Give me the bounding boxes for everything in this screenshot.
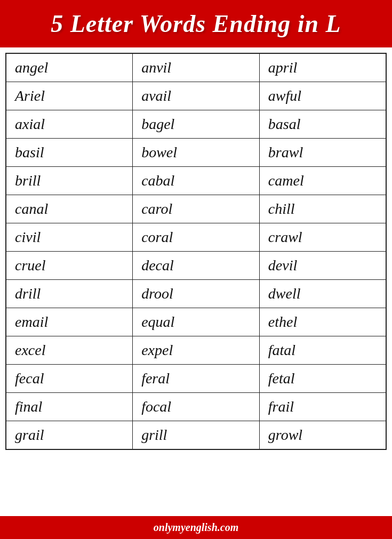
word-cell: dwell (259, 280, 386, 308)
page-title: 5 Letter Words Ending in L (5, 10, 387, 38)
table-row: brillcabalcamel (6, 167, 386, 195)
table-row: angelanvilapril (6, 53, 386, 82)
word-cell: april (259, 53, 386, 82)
word-cell: Ariel (6, 82, 133, 110)
table-row: finalfocalfrail (6, 393, 386, 421)
word-cell: avail (133, 82, 260, 110)
word-cell: drool (133, 280, 260, 308)
table-row: grailgrillgrowl (6, 421, 386, 450)
word-cell: drill (6, 280, 133, 308)
word-cell: carol (133, 195, 260, 223)
table-row: crueldecaldevil (6, 252, 386, 280)
table-row: excelexpelfatal (6, 336, 386, 365)
word-cell: devil (259, 252, 386, 280)
word-cell: awful (259, 82, 386, 110)
word-cell: ethel (259, 308, 386, 336)
word-cell: canal (6, 195, 133, 223)
word-cell: excel (6, 336, 133, 365)
word-cell: growl (259, 421, 386, 450)
table-row: fecalferalfetal (6, 365, 386, 393)
word-cell: fatal (259, 336, 386, 365)
word-cell: expel (133, 336, 260, 365)
word-cell: civil (6, 223, 133, 252)
word-table-wrapper: angelanvilaprilArielavailawfulaxialbagel… (0, 47, 392, 516)
word-cell: focal (133, 393, 260, 421)
word-cell: basil (6, 139, 133, 167)
word-cell: camel (259, 167, 386, 195)
word-cell: axial (6, 110, 133, 139)
word-cell: basal (259, 110, 386, 139)
word-cell: equal (133, 308, 260, 336)
table-row: canalcarolchill (6, 195, 386, 223)
word-cell: decal (133, 252, 260, 280)
word-cell: fetal (259, 365, 386, 393)
table-row: axialbagelbasal (6, 110, 386, 139)
page-footer: onlymyenglish.com (0, 516, 392, 539)
table-row: drilldrooldwell (6, 280, 386, 308)
word-cell: chill (259, 195, 386, 223)
word-cell: cruel (6, 252, 133, 280)
word-cell: coral (133, 223, 260, 252)
table-row: Arielavailawful (6, 82, 386, 110)
word-cell: email (6, 308, 133, 336)
table-row: basilbowelbrawl (6, 139, 386, 167)
word-cell: brill (6, 167, 133, 195)
word-cell: bagel (133, 110, 260, 139)
word-cell: grill (133, 421, 260, 450)
word-cell: feral (133, 365, 260, 393)
word-cell: frail (259, 393, 386, 421)
word-cell: brawl (259, 139, 386, 167)
table-row: emailequalethel (6, 308, 386, 336)
word-cell: angel (6, 53, 133, 82)
word-cell: cabal (133, 167, 260, 195)
word-cell: fecal (6, 365, 133, 393)
table-row: civilcoralcrawl (6, 223, 386, 252)
word-cell: final (6, 393, 133, 421)
page-header: 5 Letter Words Ending in L (0, 0, 392, 47)
word-table: angelanvilaprilArielavailawfulaxialbagel… (5, 53, 387, 450)
word-cell: anvil (133, 53, 260, 82)
word-cell: bowel (133, 139, 260, 167)
word-cell: grail (6, 421, 133, 450)
site-url: onlymyenglish.com (154, 521, 238, 533)
word-cell: crawl (259, 223, 386, 252)
